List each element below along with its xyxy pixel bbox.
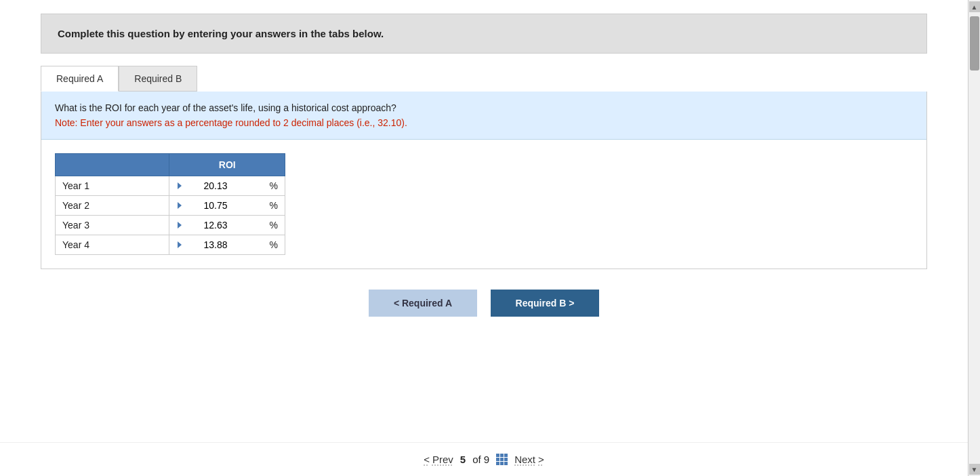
next-page-button[interactable]: Next > [514, 454, 544, 465]
instruction-text: Complete this question by entering your … [58, 28, 384, 39]
col-header-roi: ROI [169, 154, 285, 176]
table-area: ROI Year 1 % [41, 140, 926, 269]
next-req-label: Required B [516, 298, 567, 309]
value-cell-3 [169, 216, 268, 235]
table-row: Year 4 % [56, 235, 285, 255]
value-cell-1 [169, 176, 268, 196]
year-label-4: Year 4 [56, 235, 169, 255]
chevron-left-icon: < [394, 298, 399, 309]
year-label-2: Year 2 [56, 196, 169, 216]
scrollbar[interactable]: ▲ ▼ [968, 0, 980, 476]
roi-input-3[interactable] [176, 220, 227, 231]
main-content: Complete this question by entering your … [0, 0, 968, 476]
current-page: 5 [460, 454, 466, 465]
nav-buttons: < Required A Required B > [41, 290, 927, 323]
tab-required-a[interactable]: Required A [41, 66, 119, 92]
table-row: Year 1 % [56, 176, 285, 196]
roi-input-4[interactable] [176, 239, 227, 250]
tri-indicator-1 [178, 182, 182, 189]
prev-chevron-icon: < [424, 454, 430, 465]
page-container: ▲ ▼ Complete this question by entering y… [0, 0, 980, 476]
grid-view-icon[interactable] [496, 454, 508, 465]
prev-required-button[interactable]: < Required A [369, 290, 477, 317]
table-row: Year 3 % [56, 216, 285, 235]
tri-indicator-3 [178, 222, 182, 229]
next-page-label: Next [514, 454, 535, 465]
scroll-down-arrow[interactable]: ▼ [969, 464, 980, 475]
question-text: What is the ROI for each year of the ass… [55, 102, 913, 113]
tab-content: What is the ROI for each year of the ass… [41, 92, 927, 269]
year-label-3: Year 3 [56, 216, 169, 235]
tri-indicator-4 [178, 241, 182, 248]
value-cell-4 [169, 235, 268, 255]
percent-4: % [268, 235, 285, 255]
chevron-right-icon: > [569, 298, 574, 309]
roi-input-1[interactable] [176, 180, 227, 191]
col-header-year [56, 154, 169, 176]
scrollbar-thumb[interactable] [970, 16, 979, 71]
prev-req-label: Required A [402, 298, 452, 309]
scrollbar-track [968, 12, 980, 464]
roi-input-2[interactable] [176, 200, 227, 211]
bottom-pagination: < Prev 5 of 9 Next > [0, 442, 968, 476]
percent-3: % [268, 216, 285, 235]
percent-2: % [268, 196, 285, 216]
question-note: Note: Enter your answers as a percentage… [55, 117, 913, 128]
scroll-up-arrow[interactable]: ▲ [969, 1, 980, 12]
prev-page-label: Prev [432, 454, 453, 465]
tab-required-b[interactable]: Required B [119, 66, 197, 92]
table-row: Year 2 % [56, 196, 285, 216]
prev-page-button[interactable]: < Prev [424, 454, 453, 465]
question-area: What is the ROI for each year of the ass… [41, 92, 926, 140]
percent-1: % [268, 176, 285, 196]
next-required-button[interactable]: Required B > [491, 290, 599, 317]
instruction-banner: Complete this question by entering your … [41, 14, 927, 54]
next-chevron-icon: > [538, 454, 544, 465]
tri-indicator-2 [178, 202, 182, 209]
roi-table: ROI Year 1 % [55, 153, 285, 255]
tabs-container: Required A Required B [41, 66, 927, 92]
year-label-1: Year 1 [56, 176, 169, 196]
value-cell-2 [169, 196, 268, 216]
page-of-text: of 9 [472, 454, 489, 465]
